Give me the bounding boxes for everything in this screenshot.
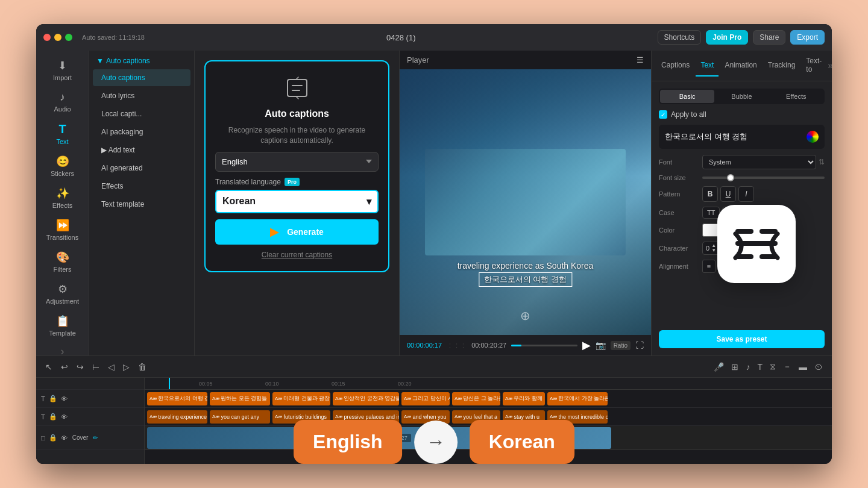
join-pro-button[interactable]: Join Pro [706, 30, 748, 45]
toolbar-text[interactable]: T Text [40, 119, 86, 149]
redo-tool[interactable]: ↪ [75, 360, 86, 374]
color-picker-icon[interactable] [807, 131, 819, 143]
add-media-icon[interactable]: ⊞ [729, 360, 740, 374]
zoom-out-icon[interactable]: － [781, 360, 793, 374]
clip-ko-8[interactable]: Aæ한국에서 가장 놀라온 도시 [547, 392, 608, 405]
clip-ko-1[interactable]: Aæ한국으로서의 여행 경험 [147, 392, 207, 405]
clear-captions-link[interactable]: Clear current captions [262, 251, 332, 259]
toolbar-transitions[interactable]: ⏩ Transitions [40, 215, 86, 245]
add-audio-icon[interactable]: ♪ [744, 360, 752, 374]
tab-animation[interactable]: Animation [720, 55, 761, 77]
toolbar-template[interactable]: 📋 Template [40, 311, 86, 340]
align-left-button[interactable]: ≡ [702, 260, 715, 273]
tab-captions[interactable]: Captions [656, 55, 694, 77]
toolbar-effects[interactable]: ✨ Effects [40, 183, 86, 213]
sidebar-item-local-captions[interactable]: Local capti... [93, 105, 190, 122]
svg-rect-2 [760, 229, 778, 234]
edit-cover-icon[interactable]: ✏ [93, 434, 98, 441]
clip-en-1[interactable]: Aætraveling experience as [147, 410, 207, 424]
traffic-lights [43, 34, 72, 41]
translated-language-select[interactable]: Korean ▾ [215, 190, 379, 213]
text-icon: T [58, 122, 66, 136]
sidebar-item-ai-packaging[interactable]: AI packaging [93, 124, 190, 140]
video-lock-icon[interactable]: 🔒 [49, 434, 57, 442]
split-tool[interactable]: ⊢ [90, 360, 101, 374]
undo-tool[interactable]: ↩ [59, 360, 70, 374]
sidebar-item-add-text[interactable]: ▶ Add text [93, 142, 190, 158]
font-stepper-icon[interactable]: ⇅ [819, 158, 825, 166]
shortcuts-button[interactable]: Shortcuts [658, 30, 702, 45]
font-size-thumb[interactable] [727, 174, 734, 181]
clip-ko-2[interactable]: Aæ원하는 모든 경험들 [210, 392, 270, 405]
microphone-icon[interactable]: 🎤 [712, 360, 726, 374]
split-icon2[interactable]: ⧖ [768, 360, 778, 374]
maximize-button[interactable] [65, 34, 72, 41]
add-text-icon[interactable]: T [755, 360, 764, 374]
toolbar-audio[interactable]: ♪ Audio [40, 87, 86, 116]
style-bubble-btn[interactable]: Bubble [714, 90, 769, 103]
more-tools-icon[interactable]: › [61, 345, 64, 355]
fullscreen-icon[interactable]: ⛶ [635, 340, 644, 350]
clip-ko-5[interactable]: Aæ그리고 당신이 A [401, 392, 450, 405]
sidebar-item-auto-lyrics[interactable]: Auto lyrics [93, 87, 190, 104]
italic-button[interactable]: I [738, 186, 754, 202]
sidebar-item-ai-generated[interactable]: AI generated [93, 160, 190, 177]
zoom-slider[interactable]: ▬ [797, 360, 809, 374]
player-menu-icon[interactable]: ☰ [637, 55, 644, 64]
sidebar-item-auto-captions[interactable]: Auto captions [93, 69, 190, 86]
bold-button[interactable]: B [702, 186, 718, 202]
clip-ko-3[interactable]: Aæ미래형 건물과 광장 [272, 392, 330, 405]
minimize-button[interactable] [54, 34, 61, 41]
style-effects-btn[interactable]: Effects [769, 90, 823, 103]
character-stepper[interactable]: ▲ ▼ [711, 243, 716, 253]
delete-tool[interactable]: 🗑 [136, 360, 148, 374]
toolbar-import[interactable]: ⬇ Import [40, 55, 86, 85]
language-select[interactable]: English Korean Japanese Chinese [215, 152, 379, 172]
font-size-slider[interactable] [702, 177, 825, 179]
text-track-icon: T [41, 395, 45, 402]
select-tool[interactable]: ↖ [43, 360, 54, 374]
export-button[interactable]: Export [790, 30, 825, 45]
ratio-badge[interactable]: Ratio [611, 341, 631, 350]
clip-ko-6[interactable]: Aæ당신은 그 놀라운 [452, 392, 500, 405]
eye-icon-2[interactable]: 👁 [61, 413, 68, 421]
settings-icon[interactable]: ⏲ [813, 360, 825, 374]
trim-left-tool[interactable]: ◁ [106, 360, 116, 374]
camera-icon[interactable]: 📷 [596, 340, 606, 350]
apply-all-label: Apply to all [671, 110, 706, 119]
style-basic-btn[interactable]: Basic [660, 90, 714, 103]
clip-ko-4[interactable]: Aæ인상적인 궁전과 영감을 주는 자연 [333, 392, 399, 405]
share-button[interactable]: Share [753, 30, 785, 45]
save-as-preset-button[interactable]: Save as preset [659, 330, 825, 348]
toolbar-stickers[interactable]: 😊 Stickers [40, 151, 86, 181]
video-center-icon[interactable]: ⊕ [520, 308, 530, 323]
apply-all-checkbox[interactable]: ✓ [659, 110, 667, 119]
eye-icon[interactable]: 👁 [61, 395, 68, 402]
play-button[interactable]: ▶ [582, 339, 591, 352]
close-button[interactable] [43, 34, 51, 41]
player-timeline-bar[interactable] [511, 345, 577, 346]
playhead[interactable] [169, 378, 170, 389]
pattern-buttons: B U I [702, 186, 754, 202]
audio-icon: ♪ [60, 91, 65, 104]
video-eye-icon[interactable]: 👁 [61, 434, 68, 442]
lock-icon-2[interactable]: 🔒 [49, 413, 57, 421]
tab-text[interactable]: Text [696, 55, 719, 77]
trim-right-tool[interactable]: ▷ [121, 360, 131, 374]
font-select[interactable]: System [702, 155, 816, 169]
sidebar-item-text-template[interactable]: Text template [93, 196, 190, 213]
generate-button[interactable]: ▶ Generate [215, 219, 379, 245]
clip-en-2[interactable]: Aæyou can get any [210, 410, 270, 424]
player-video[interactable]: traveling experience as South Korea 한국으로… [400, 69, 651, 335]
tab-tracking[interactable]: Tracking [763, 55, 800, 77]
source-language-badge: English [294, 420, 402, 464]
auto-saved-label: Auto saved: 11:19:18 [82, 34, 145, 41]
underline-button[interactable]: U [720, 186, 736, 202]
lock-icon[interactable]: 🔒 [49, 395, 57, 402]
tab-text-to[interactable]: Text-to [801, 51, 826, 81]
sidebar-item-effects[interactable]: Effects [93, 178, 190, 195]
clip-ko-7[interactable]: Aæ우리와 함께 [503, 392, 545, 405]
toolbar-adjustment[interactable]: ⚙ Adjustment [40, 279, 86, 308]
toolbar-filters[interactable]: 🎨 Filters [40, 247, 86, 277]
more-tabs-icon[interactable]: » [828, 60, 832, 71]
